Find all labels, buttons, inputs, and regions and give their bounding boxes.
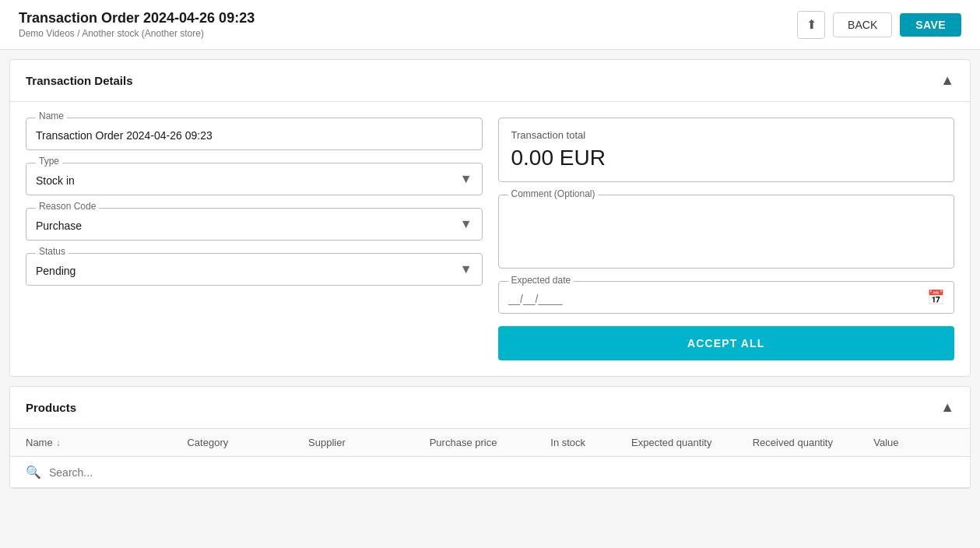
products-chevron-up-icon: ▲ (940, 399, 954, 416)
search-icon: 🔍 (26, 465, 41, 480)
products-card: Products ▲ Name ↓ Category Supplier Purc… (9, 386, 971, 489)
col-in-stock-label: In stock (550, 437, 585, 448)
col-header-in-stock: In stock (550, 437, 631, 448)
col-header-supplier: Supplier (308, 437, 430, 448)
col-category-label: Category (187, 437, 228, 448)
col-header-name[interactable]: Name ↓ (26, 437, 187, 448)
col-header-category: Category (187, 437, 308, 448)
type-select[interactable]: Stock in (26, 163, 482, 195)
save-button[interactable]: SAVE (900, 13, 961, 37)
comment-label: Comment (Optional) (508, 188, 599, 199)
form-left: Name Type Stock in ▼ Reason Code (26, 118, 483, 360)
name-field: Name (26, 118, 483, 150)
col-header-value: Value (873, 437, 954, 448)
name-input[interactable] (26, 118, 482, 149)
type-label: Type (36, 156, 62, 166)
status-label: Status (36, 247, 68, 256)
reason-code-select[interactable]: Purchase (26, 209, 482, 240)
transaction-details-title: Transaction Details (26, 74, 133, 87)
breadcrumb: Demo Videos / Another stock (Another sto… (19, 28, 255, 39)
col-header-purchase-price: Purchase price (430, 437, 551, 448)
col-header-expected-quantity: Expected quantity (631, 437, 753, 448)
form-grid: Name Type Stock in ▼ Reason Code (26, 118, 954, 360)
col-purchase-price-label: Purchase price (430, 437, 497, 448)
search-row: 🔍 (10, 457, 970, 488)
transaction-details-body: Name Type Stock in ▼ Reason Code (10, 102, 970, 376)
products-title: Products (26, 401, 76, 414)
upload-icon: ⬆ (806, 17, 817, 32)
table-header: Name ↓ Category Supplier Purchase price … (10, 429, 970, 457)
reason-code-label: Reason Code (36, 202, 99, 211)
page-title: Transaction Order 2024-04-26 09:23 (19, 10, 255, 26)
chevron-up-icon: ▲ (940, 72, 954, 89)
expected-date-label: Expected date (508, 275, 574, 286)
top-header: Transaction Order 2024-04-26 09:23 Demo … (0, 0, 980, 50)
col-name-sort-icon: ↓ (56, 437, 61, 448)
name-label: Name (36, 111, 67, 121)
transaction-details-card: Transaction Details ▲ Name Type Stock (9, 59, 971, 377)
transaction-total-value: 0.00 EUR (511, 146, 942, 170)
expected-date-input[interactable] (499, 282, 954, 313)
form-right: Transaction total 0.00 EUR Comment (Opti… (498, 118, 955, 360)
upload-button[interactable]: ⬆ (797, 11, 825, 39)
expected-date-field: Expected date 📅 (498, 281, 955, 314)
status-field: Status Pending ▼ (26, 253, 483, 286)
col-header-received-quantity: Received quantity (753, 437, 874, 448)
type-field: Type Stock in ▼ (26, 163, 483, 195)
col-received-quantity-label: Received quantity (753, 437, 833, 448)
col-supplier-label: Supplier (308, 437, 346, 448)
comment-textarea[interactable] (499, 195, 954, 265)
status-select[interactable]: Pending (26, 254, 482, 285)
transaction-total-label: Transaction total (511, 129, 942, 141)
back-button[interactable]: BACK (833, 12, 892, 37)
reason-code-field: Reason Code Purchase ▼ (26, 208, 483, 241)
transaction-total-box: Transaction total 0.00 EUR (498, 118, 955, 182)
products-header[interactable]: Products ▲ (10, 387, 970, 429)
accept-all-button[interactable]: ACCEPT ALL (498, 326, 955, 360)
header-right: ⬆ BACK SAVE (797, 11, 961, 39)
search-input[interactable] (49, 466, 954, 479)
transaction-details-header[interactable]: Transaction Details ▲ (10, 60, 970, 102)
col-name-label: Name (26, 437, 53, 448)
main-content: Transaction Details ▲ Name Type Stock (0, 59, 980, 489)
comment-field: Comment (Optional) (498, 195, 955, 269)
header-left: Transaction Order 2024-04-26 09:23 Demo … (19, 10, 255, 39)
col-value-label: Value (873, 437, 898, 448)
col-expected-quantity-label: Expected quantity (631, 437, 711, 448)
